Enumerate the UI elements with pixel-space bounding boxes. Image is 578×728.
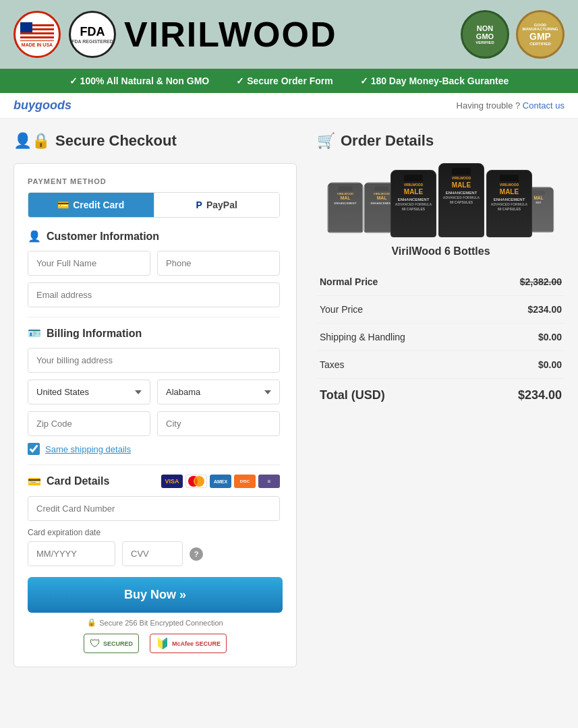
mcafee-icon: 🔰 bbox=[156, 637, 169, 650]
billing-address-input[interactable] bbox=[28, 348, 280, 373]
billing-info-icon: 🪪 bbox=[28, 327, 41, 340]
secured-badge: 🛡 SECURED bbox=[84, 634, 139, 653]
shield-icon: 🛡 bbox=[90, 638, 100, 650]
credit-card-icon: 💳 bbox=[57, 200, 69, 210]
green-bar-item3: 180 Day Money-Back Gurantee bbox=[360, 75, 509, 86]
normal-price-row: Normal Price $2,382.00 bbox=[317, 268, 565, 296]
trouble-static-text: Having trouble ? bbox=[457, 100, 521, 111]
mcafee-badge: 🔰 McAfee SECURE bbox=[150, 634, 227, 653]
cvv-help-icon[interactable]: ? bbox=[190, 547, 203, 561]
phone-input[interactable] bbox=[157, 251, 280, 276]
right-panel: 🛒 Order Details VIRILWOOD MAL ENHANCEMEN… bbox=[297, 132, 565, 667]
order-title-text: Order Details bbox=[341, 132, 434, 150]
card-number-input[interactable] bbox=[28, 496, 280, 521]
bottle-front-1: VIRILWOOD MALE ENHANCEMENT ADVANCED FORM… bbox=[391, 170, 436, 237]
other-card-icon: ≡ bbox=[258, 475, 280, 488]
trouble-text: Having trouble ? Contact us bbox=[457, 100, 565, 111]
card-icons: VISA AMEX DISC ≡ bbox=[161, 475, 280, 488]
your-price-row: Your Price $234.00 bbox=[317, 296, 565, 324]
made-in-usa-badge: MADE IN USA bbox=[13, 11, 61, 58]
checkout-form: PAYMENT METHOD 💳 Credit Card P PayPal 👤 bbox=[13, 163, 297, 667]
card-details-header: 💳 Card Details VISA AMEX bbox=[28, 475, 280, 488]
gmp-badge: GOOD MANUFACTURING GMP CERTIFIED bbox=[516, 10, 565, 59]
same-shipping-label[interactable]: Same shipping details bbox=[45, 444, 131, 454]
bottle-front-3: VIRILWOOD MALE ENHANCEMENT ADVANCED FORM… bbox=[486, 170, 532, 237]
payment-tabs: 💳 Credit Card P PayPal bbox=[28, 192, 280, 218]
made-in-usa-text: MADE IN USA bbox=[22, 42, 53, 47]
amex-icon: AMEX bbox=[210, 475, 231, 488]
full-name-input[interactable] bbox=[28, 251, 150, 276]
secured-badge-text: SECURED bbox=[103, 640, 133, 647]
section-divider-2 bbox=[28, 464, 280, 465]
normal-price-value: $2,382.00 bbox=[478, 268, 565, 296]
lock-icon: 🔒 bbox=[87, 618, 96, 627]
cart-icon: 🛒 bbox=[317, 132, 335, 150]
customer-info-title: 👤 Customer Information bbox=[28, 230, 280, 243]
taxes-price: $0.00 bbox=[478, 351, 565, 379]
customer-info-icon: 👤 bbox=[28, 230, 41, 243]
same-shipping-checkbox[interactable] bbox=[28, 443, 40, 455]
green-bar-item2: Secure Order Form bbox=[236, 75, 333, 86]
secure-text-label: Secure 256 Bit Encrypted Connection bbox=[99, 619, 223, 627]
cvv-input[interactable] bbox=[122, 541, 183, 566]
bottle-back-1: VIRILWOOD MAL ENHANCEMENT bbox=[328, 183, 364, 233]
shipping-price: $0.00 bbox=[478, 324, 565, 351]
bottle-front-2: VIRILWOOD MALE ENHANCEMENT ADVANCED FORM… bbox=[438, 163, 484, 237]
total-label: Total (USD) bbox=[317, 379, 478, 413]
buygoods-logo: buygoods bbox=[13, 98, 71, 113]
header-right: NON GMO VERIFIED GOOD MANUFACTURING GMP … bbox=[461, 10, 565, 59]
your-price-value: $234.00 bbox=[478, 296, 565, 324]
city-input[interactable] bbox=[157, 411, 280, 436]
zip-input[interactable] bbox=[28, 411, 150, 436]
country-state-row: United States Canada United Kingdom Alab… bbox=[28, 380, 280, 404]
section-divider-1 bbox=[28, 317, 280, 317]
checkout-title: 👤🔒 Secure Checkout bbox=[13, 132, 297, 150]
total-price: $234.00 bbox=[478, 379, 565, 413]
checkout-title-text: Secure Checkout bbox=[55, 132, 177, 150]
card-details-icon: 💳 bbox=[28, 475, 41, 488]
state-select[interactable]: Alabama Alaska Arizona California bbox=[157, 380, 280, 404]
shipping-label: Shipping & Handling bbox=[317, 324, 478, 351]
buy-button[interactable]: Buy Now » bbox=[28, 577, 283, 613]
main-content: 👤🔒 Secure Checkout PAYMENT METHOD 💳 Cred… bbox=[0, 119, 578, 681]
checkout-icon: 👤🔒 bbox=[13, 132, 50, 150]
card-details-label: Card Details bbox=[47, 475, 109, 487]
billing-info-title: 🪪 Billing Information bbox=[28, 327, 280, 340]
email-row bbox=[28, 282, 280, 307]
card-details-title: 💳 Card Details bbox=[28, 475, 109, 488]
paypal-tab[interactable]: P PayPal bbox=[154, 193, 280, 217]
order-title: 🛒 Order Details bbox=[317, 132, 565, 150]
form-scroll-area[interactable]: PAYMENT METHOD 💳 Credit Card P PayPal 👤 bbox=[28, 177, 283, 566]
price-table: Normal Price $2,382.00 Your Price $234.0… bbox=[317, 268, 565, 412]
your-price-label: Your Price bbox=[317, 296, 478, 324]
same-shipping-row: Same shipping details bbox=[28, 443, 280, 455]
zip-city-row bbox=[28, 411, 280, 436]
security-badges: 🛡 SECURED 🔰 McAfee SECURE bbox=[28, 634, 283, 653]
mastercard-icon bbox=[185, 475, 207, 488]
fda-registered-text: FDA REGISTERED bbox=[71, 39, 113, 44]
front-bottles: VIRILWOOD MALE ENHANCEMENT ADVANCED FORM… bbox=[391, 163, 532, 237]
email-input[interactable] bbox=[28, 282, 280, 307]
expiry-label: Card expiration date bbox=[28, 528, 280, 537]
country-select[interactable]: United States Canada United Kingdom bbox=[28, 380, 150, 404]
fda-text: FDA bbox=[80, 25, 105, 39]
green-bar: 100% All Natural & Non GMO Secure Order … bbox=[0, 69, 578, 93]
fda-badge: FDA FDA REGISTERED bbox=[69, 11, 116, 58]
taxes-label: Taxes bbox=[317, 351, 478, 379]
contact-link[interactable]: Contact us bbox=[523, 100, 565, 111]
header: MADE IN USA FDA FDA REGISTERED VIRILWOOD… bbox=[0, 0, 578, 69]
product-bottles: VIRILWOOD MAL ENHANCEMENT VIRILWOOD MAL … bbox=[317, 163, 565, 237]
non-gmo-badge: NON GMO VERIFIED bbox=[461, 10, 509, 59]
credit-card-tab-label: Credit Card bbox=[73, 200, 124, 210]
mcafee-badge-text: McAfee SECURE bbox=[172, 640, 221, 647]
card-number-row bbox=[28, 496, 280, 521]
expiry-input[interactable] bbox=[28, 541, 115, 566]
secure-text: 🔒 Secure 256 Bit Encrypted Connection bbox=[28, 618, 283, 627]
discover-icon: DISC bbox=[234, 475, 256, 488]
credit-card-tab[interactable]: 💳 Credit Card bbox=[28, 193, 154, 217]
header-left: MADE IN USA FDA FDA REGISTERED VIRILWOOD bbox=[13, 11, 337, 58]
product-name: VirilWood 6 Bottles bbox=[317, 245, 565, 257]
billing-address-row bbox=[28, 348, 280, 373]
sub-header: buygoods Having trouble ? Contact us bbox=[0, 93, 578, 119]
expiry-cvv-row: ? bbox=[28, 541, 280, 566]
